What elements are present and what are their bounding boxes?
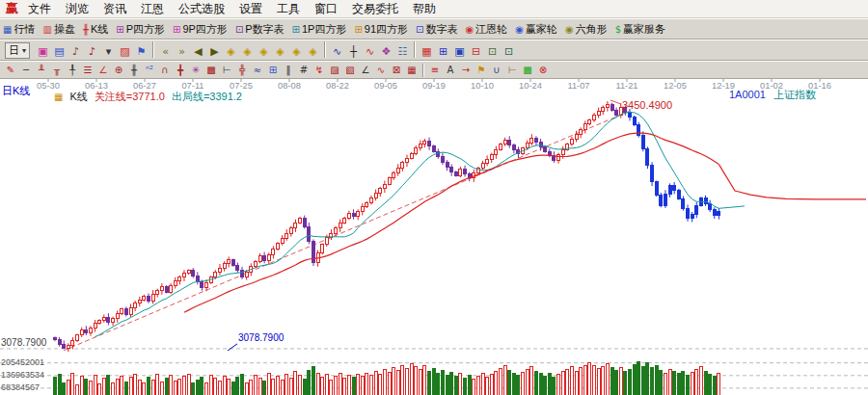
menu-item-5[interactable]: 公式选股 <box>178 2 225 15</box>
winner-service-button-icon: $ <box>615 24 621 35</box>
kline-chart[interactable]: 05-3006-1306-2707-1107-2508-0808-2209-05… <box>0 79 868 395</box>
svg-text:08-08: 08-08 <box>278 81 301 91</box>
hexagram-icon[interactable]: ☷ <box>394 44 411 60</box>
gann-flower-icon[interactable]: ❖ <box>378 44 394 60</box>
flag-mark-icon[interactable]: ⚑ <box>474 63 489 77</box>
ninep-square-button[interactable]: ⊞9P四方形 <box>173 22 228 37</box>
restore-layout-icon[interactable]: ▣ <box>35 44 51 60</box>
kline-button[interactable]: ╫K线 <box>83 22 108 37</box>
wave-tool-icon[interactable]: ≈ <box>250 63 265 77</box>
period-day-button[interactable]: 日 ▾ <box>5 42 30 59</box>
magnet-icon[interactable]: ∪ <box>489 63 504 77</box>
crosshair-icon[interactable]: ┼ <box>345 44 362 60</box>
menu-item-3[interactable]: 资讯 <box>103 2 126 15</box>
shade-left-icon[interactable]: ▧ <box>342 63 358 77</box>
hash-tool-icon[interactable]: # <box>296 63 312 77</box>
grid2-icon[interactable]: ▦ <box>404 63 420 77</box>
shade-right-icon[interactable]: ▨ <box>327 63 342 77</box>
calculator-icon[interactable]: ⊞ <box>435 44 451 60</box>
ninep-square-button-label: 9P四方形 <box>182 22 227 37</box>
bars-tool-icon[interactable]: ‖ <box>281 63 296 77</box>
winner-wheel-button[interactable]: ◉赢家轮 <box>515 22 557 37</box>
workstation-icon[interactable]: ⊡ <box>484 44 501 60</box>
menu-item-10[interactable]: 帮助 <box>413 2 436 15</box>
notebook-icon[interactable]: ▣ <box>451 44 468 60</box>
volume-axis-label-1: 205452001 <box>1 357 44 367</box>
arc-tool-icon[interactable]: ∩ <box>157 63 173 77</box>
prev-bar-icon[interactable]: ◀ <box>190 44 206 60</box>
gann-grid-icon[interactable]: ╬ <box>234 63 250 77</box>
center-cross-icon[interactable]: ╋ <box>173 63 188 77</box>
last-page-icon[interactable]: » <box>174 44 190 60</box>
square-n2-icon[interactable]: ⁿ² <box>142 63 157 77</box>
clipboard-icon[interactable]: ▤ <box>51 44 68 60</box>
box-x-icon[interactable]: ⊠ <box>389 63 404 77</box>
arrow-mark-icon[interactable]: → <box>458 63 474 77</box>
nineone-square-button[interactable]: ⊞91四方形 <box>354 22 408 37</box>
time-ruler-icon[interactable]: ⊢ <box>219 63 234 77</box>
overlay-caret-icon[interactable]: ▾ <box>100 44 117 60</box>
pan-down-diamond-icon[interactable]: ◈ <box>305 44 321 60</box>
sub-chart-1-icon[interactable]: ♪ <box>68 44 84 60</box>
p-digit-table-button[interactable]: ⊡P数字表 <box>235 22 285 37</box>
ruler-icon[interactable]: ⊢ <box>504 63 520 77</box>
menu-item-2[interactable]: 浏览 <box>66 2 89 15</box>
digit-table-button[interactable]: ⊡数字表 <box>416 22 457 37</box>
resistance-line-icon[interactable]: ╥ <box>49 63 65 77</box>
menu-item-4[interactable]: 江恩 <box>141 2 164 15</box>
zoom-out-diamond-icon[interactable]: ◈ <box>223 44 239 60</box>
pan-left-diamond-icon[interactable]: ◈ <box>256 44 272 60</box>
quote-button-icon: ▦ <box>3 24 12 35</box>
onep-square-button[interactable]: ⊞1P四方形 <box>292 22 347 37</box>
text-note-icon[interactable]: A <box>443 63 458 77</box>
indicator-window-icon[interactable]: ▨ <box>117 44 133 60</box>
svg-text:12-05: 12-05 <box>664 81 687 91</box>
save-icon[interactable]: ⊟ <box>468 44 484 60</box>
flag-icon[interactable]: ⚑ <box>133 44 149 60</box>
wave-icon[interactable]: ∿ <box>329 44 345 60</box>
gann-wheel-button[interactable]: ◉江恩轮 <box>466 22 508 37</box>
gann-box-icon[interactable]: ▩ <box>203 63 219 77</box>
support-line-icon[interactable]: ╨ <box>34 63 49 77</box>
sine-tool-icon[interactable]: ∿ <box>373 63 389 77</box>
menu-item-7[interactable]: 工具 <box>277 2 300 15</box>
remote-service-icon[interactable]: ⊡ <box>501 44 517 60</box>
price-mark-icon[interactable]: ≡ <box>427 63 443 77</box>
table-tool-icon[interactable]: ⊞ <box>265 63 281 77</box>
grid-line-icon[interactable]: ╫ <box>126 63 142 77</box>
sub-chart-2-icon[interactable]: ♪ <box>84 44 100 60</box>
winner-service-button-label: 赢家服务 <box>623 22 665 37</box>
zoom-in-diamond-icon[interactable]: ◈ <box>239 44 256 60</box>
quote-button[interactable]: ▦行情 <box>3 22 35 37</box>
menu-item-9[interactable]: 交易委托 <box>352 2 398 15</box>
lock-draw-icon[interactable]: ⊗ <box>535 63 551 77</box>
menu-item-6[interactable]: 设置 <box>239 2 262 15</box>
onep-square-button-label: 1P四方形 <box>302 22 346 37</box>
hexagon-button[interactable]: ◉六角形 <box>565 22 608 37</box>
menu-item-8[interactable]: 窗口 <box>314 2 338 15</box>
lightning-icon[interactable]: ↯ <box>312 63 327 77</box>
horizontal-line-icon[interactable]: ─ <box>18 63 34 77</box>
menu-item-1[interactable]: 文件 <box>28 2 51 15</box>
volume-axis-label-2: 136963534 <box>1 370 44 380</box>
trade-button[interactable]: ▥操盘 <box>42 22 74 37</box>
percent-line-icon[interactable]: ☰ <box>80 63 95 77</box>
gann-circle-icon[interactable]: ⊕ <box>111 63 126 77</box>
gann-angle-icon[interactable]: ∠ <box>95 63 111 77</box>
pencil-icon[interactable]: ✎ <box>3 63 18 77</box>
zigzag-icon[interactable]: ∿ <box>362 44 378 60</box>
paint-area-icon[interactable]: ▩ <box>520 63 535 77</box>
gann-wheel-button-label: 江恩轮 <box>475 22 507 37</box>
p-square-button[interactable]: ⊞P四方形 <box>116 22 165 37</box>
next-bar-icon[interactable]: ▶ <box>206 44 223 60</box>
calendar-icon[interactable]: ▦ <box>419 44 435 60</box>
toolbar-separator <box>324 41 326 58</box>
pan-up-diamond-icon[interactable]: ◈ <box>288 44 305 60</box>
angle2-icon[interactable]: ∠ <box>358 63 373 77</box>
kline-legend-label: K线 <box>69 90 87 104</box>
winner-service-button[interactable]: $赢家服务 <box>615 22 665 37</box>
star-tool-icon[interactable]: ✳ <box>188 63 203 77</box>
pan-right-diamond-icon[interactable]: ◈ <box>272 44 288 60</box>
cross-line-icon[interactable]: ╀ <box>65 63 80 77</box>
first-page-icon[interactable]: « <box>157 44 174 60</box>
